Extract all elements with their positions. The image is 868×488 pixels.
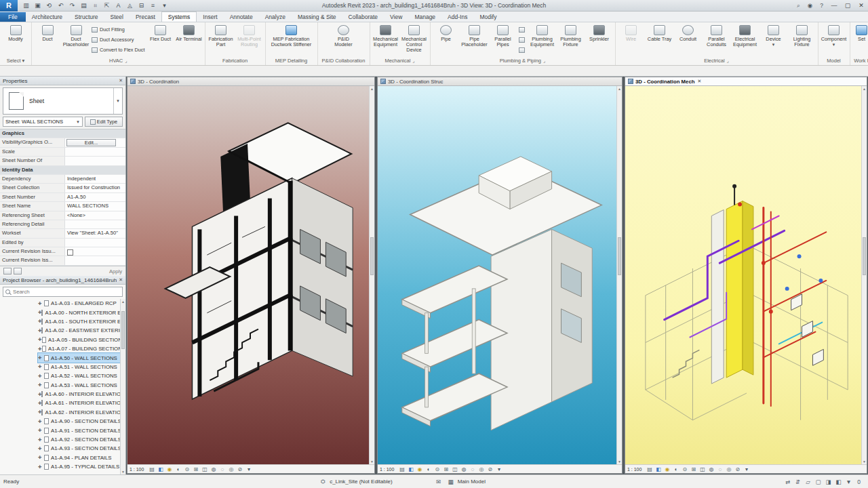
- view-titlebar[interactable]: 3D - Coordination Struc: [378, 77, 622, 86]
- panel-label-select[interactable]: Select ▾: [0, 56, 31, 65]
- type-selector[interactable]: Sheet ▼: [3, 87, 123, 115]
- active-design-option-label[interactable]: Main Model: [458, 479, 486, 485]
- property-row[interactable]: Workset View "Sheet: A1-A.50": [0, 229, 125, 238]
- sheet-tree-item[interactable]: ✚ A1-A.92 - SECTION DETAILS: [38, 435, 125, 444]
- sprinkler-button[interactable]: Sprinkler: [585, 24, 614, 42]
- sheet-tree-item[interactable]: ✚ A1-A.95 - TYPICAL DETAILS: [38, 462, 125, 471]
- design-options-group[interactable]: ✉ ▦ Main Model: [433, 479, 486, 485]
- property-row[interactable]: Sheet Collection Issued for Construction: [0, 184, 125, 192]
- expand-icon[interactable]: ✚: [38, 428, 44, 433]
- analytical-model-icon[interactable]: ▾: [742, 465, 751, 474]
- shadows-icon[interactable]: ◐: [424, 465, 433, 474]
- panel-label-mep-detailing[interactable]: MEP Detailing: [266, 56, 317, 65]
- render-icon[interactable]: ⊙: [182, 465, 191, 474]
- sheet-tree-item[interactable]: ✚ A1-A.52 - WALL SECTIONS: [38, 371, 125, 380]
- visual-style-icon[interactable]: ◧: [406, 465, 415, 474]
- set-work-plane-button[interactable]: Set: [852, 24, 868, 42]
- aligned-dimension-icon[interactable]: ⇱: [101, 0, 113, 12]
- sheet-tree-item[interactable]: ✚ A1-A.93 - SECTION DETAILS: [38, 444, 125, 453]
- search-icon[interactable]: ⌕: [793, 0, 804, 12]
- mechanical-equipment-button[interactable]: Mechanical Equipment: [372, 24, 400, 47]
- expand-icon[interactable]: ✚: [38, 419, 44, 424]
- plumbing-fixture-button[interactable]: Plumbing Fixture: [557, 24, 585, 47]
- ribbon-tab[interactable]: Massing & Site: [292, 12, 342, 22]
- ribbon-tab[interactable]: Systems: [161, 12, 197, 22]
- parallel-conduits-button[interactable]: Parallel Conduits: [703, 24, 731, 47]
- property-row[interactable]: Sheet Name WALL SECTIONS: [0, 202, 125, 211]
- ribbon-tab[interactable]: Annotate: [224, 12, 259, 22]
- browser-search[interactable]: [3, 287, 123, 297]
- property-row[interactable]: Dependency Independent: [0, 175, 125, 184]
- ribbon-tab[interactable]: View: [384, 12, 408, 22]
- shadows-icon[interactable]: ◐: [671, 465, 680, 474]
- detail-level-icon[interactable]: ▤: [147, 465, 156, 474]
- ribbon-tab[interactable]: Steel: [104, 12, 130, 22]
- conduit-button[interactable]: Conduit: [674, 24, 703, 42]
- crop-region-visible-icon[interactable]: ◫: [200, 465, 209, 474]
- property-row[interactable]: Sheet Number Of: [0, 157, 125, 165]
- temporary-hide-isolate-icon[interactable]: ◍: [459, 465, 468, 474]
- temporary-view-properties-icon[interactable]: ◎: [226, 465, 235, 474]
- visual-style-icon[interactable]: ◧: [156, 465, 165, 474]
- close-view-icon[interactable]: ✕: [698, 79, 702, 84]
- detail-level-icon[interactable]: ▤: [645, 465, 654, 474]
- apply-button[interactable]: Apply: [109, 268, 122, 274]
- fabrication-part-button[interactable]: Fabrication Part: [207, 24, 235, 47]
- crop-region-visible-icon[interactable]: ◫: [450, 465, 459, 474]
- close-icon[interactable]: ✕: [119, 277, 123, 283]
- sun-path-icon[interactable]: ◉: [165, 465, 174, 474]
- workset-group[interactable]: ⛭ c_Link_Site (Not Editable): [317, 478, 393, 485]
- view-titlebar[interactable]: 3D - Coordination Mech ✕: [625, 77, 867, 86]
- account-icon[interactable]: ◉: [804, 0, 816, 12]
- panel-label-work-plane[interactable]: Work Plane: [850, 56, 868, 65]
- ribbon-tab[interactable]: File: [0, 12, 26, 22]
- properties-header[interactable]: Properties ✕: [0, 77, 125, 85]
- worksharing-display-icon[interactable]: ⊘: [733, 465, 742, 474]
- view-window-coordination-struc[interactable]: 3D - Coordination Struc: [377, 77, 623, 474]
- air-terminal-button[interactable]: Air Terminal: [175, 24, 203, 42]
- analytical-model-icon[interactable]: ▾: [244, 465, 253, 474]
- flex-duct-button[interactable]: Flex Duct: [146, 24, 175, 42]
- property-row[interactable]: Edited by: [0, 239, 125, 247]
- property-row[interactable]: Current Revision Iss...: [0, 256, 125, 265]
- expand-icon[interactable]: ✚: [38, 437, 44, 443]
- convert-to-flex-duct-button[interactable]: Convert to Flex Duct: [92, 45, 145, 55]
- property-row[interactable]: Identity Data: [0, 166, 125, 175]
- property-row[interactable]: Referencing Detail: [0, 220, 125, 229]
- property-row[interactable]: Referencing Sheet <None>: [0, 211, 125, 220]
- ribbon-tab[interactable]: Precast: [130, 12, 161, 22]
- expand-icon[interactable]: ✚: [38, 446, 44, 451]
- ribbon-tab[interactable]: Manage: [408, 12, 441, 22]
- reveal-hidden-elements-icon[interactable]: ◌: [715, 465, 724, 474]
- search-input[interactable]: [13, 289, 120, 295]
- sync-icon[interactable]: ⟲: [43, 0, 55, 12]
- revit-logo[interactable]: R: [0, 0, 18, 12]
- active-workset-label[interactable]: c_Link_Site (Not Editable): [330, 479, 393, 485]
- reveal-hidden-elements-icon[interactable]: ◌: [218, 465, 226, 474]
- flex-pipe-button[interactable]: [519, 45, 527, 55]
- design-options-icon[interactable]: ▦: [446, 479, 456, 485]
- expand-icon[interactable]: ✚: [38, 464, 44, 470]
- edit-type-button[interactable]: Edit Type: [85, 117, 123, 127]
- panel-label-hvac[interactable]: HVAC: [109, 56, 123, 65]
- section-icon[interactable]: ⊟: [136, 0, 147, 12]
- properties-help-icon[interactable]: [3, 268, 12, 274]
- panel-launcher-icon[interactable]: ⌟: [727, 56, 729, 65]
- property-row[interactable]: Graphics: [0, 129, 125, 138]
- sheet-tree-item[interactable]: ✚ A1-A.53 - WALL SECTIONS: [38, 381, 125, 390]
- component-button[interactable]: Component▼: [820, 24, 848, 47]
- sheet-tree-item[interactable]: ✚ A1-A.90 - SECTION DETAILS: [38, 417, 125, 426]
- duct-fitting-button[interactable]: Duct Fitting: [92, 24, 145, 35]
- select-underlay-icon[interactable]: ▱: [803, 479, 813, 485]
- expand-icon[interactable]: ✚: [38, 455, 44, 460]
- sheet-tree-item[interactable]: ✚ A1-A.94 - PLAN DETAILS: [38, 453, 125, 462]
- ribbon-tab[interactable]: Modify: [473, 12, 502, 22]
- ribbon-tab[interactable]: Insert: [197, 12, 223, 22]
- exclude-options-icon[interactable]: ⇄: [783, 479, 793, 485]
- pipe-fitting-button[interactable]: [519, 24, 527, 35]
- worksets-icon[interactable]: ⛭: [317, 478, 328, 485]
- sun-path-icon[interactable]: ◉: [663, 465, 671, 474]
- customize-icon[interactable]: ▾: [159, 0, 170, 12]
- temporary-hide-isolate-icon[interactable]: ◍: [707, 465, 715, 474]
- expand-icon[interactable]: ✚: [38, 373, 44, 379]
